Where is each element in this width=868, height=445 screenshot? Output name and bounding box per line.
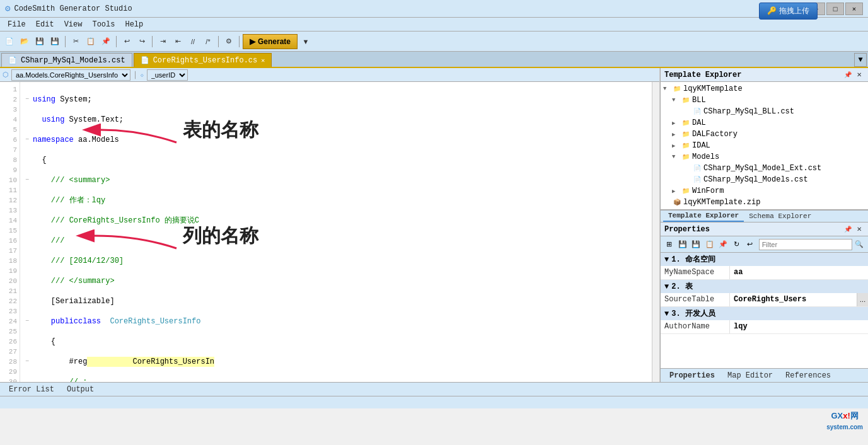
- prop-section-developer[interactable]: ▼ 3. 开发人员: [661, 307, 868, 320]
- comment-button[interactable]: //: [186, 35, 200, 49]
- open-button[interactable]: 📂: [18, 35, 32, 49]
- editor-vscroll[interactable]: [652, 82, 659, 382]
- bottom-tab-errorlist[interactable]: Error List: [3, 384, 61, 395]
- tree-expand-dalfactory[interactable]: ▶: [672, 131, 681, 138]
- tree-label-models-file: CSharp_MySql_Models.cst: [703, 175, 808, 184]
- tab-corerights[interactable]: 📄 CoreRights_UsersInfo.cs ✕: [134, 53, 272, 67]
- prop-value-mynamespace[interactable]: aa: [730, 266, 868, 279]
- tree-expand-models[interactable]: ▼: [672, 154, 681, 160]
- tree-item-bll-file[interactable]: 📄 CSharp_MySql_BLL.cst: [661, 106, 868, 117]
- prop-value-sourcetable[interactable]: CoreRights_Users: [730, 293, 857, 306]
- outdent-button[interactable]: ⇤: [171, 35, 185, 49]
- tab-template-explorer[interactable]: Template Explorer: [663, 211, 744, 222]
- tree-expand-idal[interactable]: ▶: [672, 142, 681, 149]
- tree-expand-dal[interactable]: ▶: [672, 120, 681, 127]
- prop-refresh[interactable]: ↻: [731, 238, 743, 251]
- save-all-button[interactable]: 💾: [48, 35, 62, 49]
- collapse-9: [25, 256, 32, 266]
- tree-item-model-ext[interactable]: 📄 CSharp_MySql_Model_Ext.cst: [661, 163, 868, 174]
- bottom-tab-output[interactable]: Output: [61, 384, 100, 395]
- tree-item-dal[interactable]: ▶ 📁 DAL: [661, 117, 868, 129]
- tab-csharp-models[interactable]: 📄 CSharp_MySql_Models.cst: [1, 53, 132, 67]
- prop-grid-view[interactable]: ⊞: [663, 238, 675, 251]
- collapse-8: [25, 236, 32, 246]
- prop-filter-input[interactable]: [759, 239, 852, 250]
- new-button[interactable]: 📄: [3, 35, 16, 49]
- te-header: Template Explorer 📌 ✕: [661, 68, 868, 82]
- prop-save[interactable]: 💾: [676, 238, 688, 251]
- tree-item-dalfactory[interactable]: ▶ 📁 DALFactory: [661, 129, 868, 140]
- folder-icon-dalfactory: 📁: [681, 129, 691, 139]
- te-close-button[interactable]: ✕: [854, 70, 864, 80]
- tree-expand-bll-file: [683, 108, 692, 115]
- code-content[interactable]: −using System; using System.Text; −names…: [20, 82, 652, 382]
- tree-label-zip: lqyKMTemplate.zip: [683, 198, 760, 207]
- menu-tools[interactable]: Tools: [87, 19, 120, 30]
- app-icon: ⚙: [5, 3, 10, 14]
- menu-help[interactable]: Help: [120, 19, 148, 30]
- prop-close-button[interactable]: ✕: [854, 224, 864, 234]
- prop-filter-btn[interactable]: 🔍: [854, 238, 865, 251]
- close-button[interactable]: ×: [845, 3, 863, 15]
- tree-item-zip[interactable]: 📦 lqyKMTemplate.zip: [661, 197, 868, 208]
- save-button[interactable]: 💾: [33, 35, 47, 49]
- collapse-5[interactable]: −: [25, 175, 32, 185]
- prop-paste[interactable]: 📌: [717, 238, 729, 251]
- tree-label-bll-file: CSharp_MySql_BLL.cst: [703, 107, 794, 116]
- collapse-3[interactable]: −: [25, 135, 32, 145]
- breadcrumb-member-select[interactable]: _userID: [147, 69, 188, 81]
- file-icon-bll: 📄: [692, 107, 702, 117]
- tabs-dropdown[interactable]: ▼: [854, 53, 867, 67]
- te-title: Template Explorer: [664, 71, 741, 79]
- prop-section-table[interactable]: ▼ 2. 表: [661, 280, 868, 293]
- breadcrumb-class-select[interactable]: aa.Models.CoreRights_UsersInfo: [11, 69, 130, 81]
- menu-view[interactable]: View: [59, 19, 88, 30]
- redo-button[interactable]: ↪: [135, 35, 149, 49]
- collapse-14[interactable]: −: [25, 357, 32, 367]
- undo-button[interactable]: ↩: [120, 35, 134, 49]
- tree-item-winform[interactable]: ▶ 📁 WinForm: [661, 185, 868, 197]
- tab-schema-explorer[interactable]: Schema Explorer: [744, 211, 816, 221]
- cut-button[interactable]: ✂: [69, 35, 83, 49]
- copy-button[interactable]: 📋: [84, 35, 98, 49]
- prop-undo[interactable]: ↩: [744, 238, 756, 251]
- tab-close-button[interactable]: ✕: [261, 57, 265, 64]
- collapse-12[interactable]: −: [25, 316, 32, 327]
- prop-copy[interactable]: 📋: [703, 238, 715, 251]
- misc-button1[interactable]: ⚙: [222, 35, 236, 49]
- editor-container: ⬡ aa.Models.CoreRights_UsersInfo │ ⬦ _us…: [0, 68, 660, 382]
- tree-item-models[interactable]: ▼ 📁 Models: [661, 151, 868, 163]
- code-line-12: − public class CoreRights_UsersInfo: [25, 316, 647, 327]
- menu-file[interactable]: File: [3, 19, 31, 30]
- tree-item-models-file[interactable]: 📄 CSharp_MySql_Models.cst: [661, 174, 868, 185]
- paste-button[interactable]: 📌: [99, 35, 113, 49]
- tree-item-bll[interactable]: ▼ 📁 BLL: [661, 95, 868, 106]
- menu-edit[interactable]: Edit: [31, 19, 59, 30]
- tree-expand-bll[interactable]: ▼: [672, 97, 681, 103]
- tree-item-root[interactable]: ▼ 📁 lqyKMTemplate: [661, 83, 868, 95]
- prop-pin-button[interactable]: 📌: [843, 224, 853, 234]
- uncomment-button[interactable]: /*: [201, 35, 215, 49]
- bp-tab-mapeditor[interactable]: Map Editor: [721, 370, 779, 381]
- code-line-1: −using System;: [25, 95, 647, 105]
- prop-sourcetable-btn[interactable]: …: [857, 293, 868, 306]
- tree-expand-winform[interactable]: ▶: [672, 188, 681, 195]
- prop-save2[interactable]: 💾: [690, 238, 702, 251]
- bp-tab-references[interactable]: References: [779, 370, 837, 381]
- bp-tab-properties[interactable]: Properties: [663, 370, 721, 381]
- tree-expand-models-file: [683, 176, 692, 183]
- prop-section-namespace[interactable]: ▼ 1. 命名空间: [661, 253, 868, 266]
- prop-section-label-3: 3. 开发人员: [671, 308, 715, 319]
- upload-button[interactable]: 🔑 拖拽上传: [759, 3, 818, 20]
- maximize-button[interactable]: □: [826, 3, 844, 15]
- toolbar-separator-1: [65, 36, 66, 47]
- generate-button[interactable]: ▶ Generate: [243, 34, 298, 49]
- tree-item-idal[interactable]: ▶ 📁 IDAL: [661, 140, 868, 151]
- generate-options[interactable]: ▼: [299, 35, 313, 49]
- menubar: File Edit View Tools Help: [0, 18, 868, 32]
- te-pin-button[interactable]: 📌: [843, 70, 853, 80]
- prop-value-authorname[interactable]: lqy: [730, 320, 868, 333]
- indent-button[interactable]: ⇥: [156, 35, 170, 49]
- tree-expand-root[interactable]: ▼: [663, 86, 672, 92]
- collapse-1[interactable]: −: [25, 95, 32, 105]
